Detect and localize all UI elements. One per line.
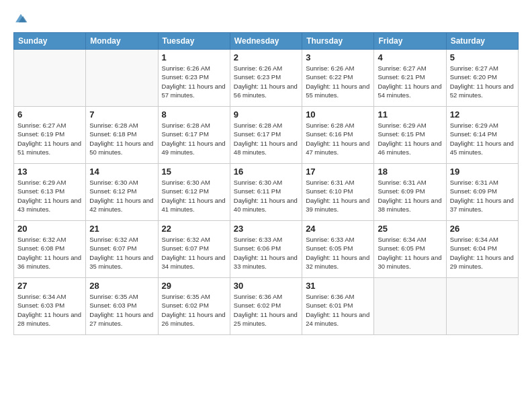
weekday-header-sunday: Sunday [14,33,86,50]
daylight-label: Daylight: 11 hours and 49 minutes. [162,140,226,156]
calendar-week-2: 6Sunrise: 6:27 AMSunset: 6:19 PMDaylight… [14,107,519,164]
daylight-label: Daylight: 11 hours and 28 minutes. [17,311,81,327]
day-number: 19 [450,167,515,177]
day-number: 25 [378,224,442,234]
daylight-label: Daylight: 11 hours and 50 minutes. [89,140,153,156]
sunrise-label: Sunrise: 6:36 AM [306,293,354,300]
day-info: Sunrise: 6:32 AMSunset: 6:07 PMDaylight:… [162,235,226,271]
day-number: 8 [162,109,226,120]
page-header [13,11,519,26]
calendar-day-9: 9Sunrise: 6:28 AMSunset: 6:17 PMDaylight… [230,107,302,164]
calendar-day-22: 22Sunrise: 6:32 AMSunset: 6:07 PMDayligh… [158,221,230,278]
sunrise-label: Sunrise: 6:33 AM [234,236,282,243]
sunrise-label: Sunrise: 6:32 AM [17,236,66,243]
calendar-day-27: 27Sunrise: 6:34 AMSunset: 6:03 PMDayligh… [14,278,86,335]
sunrise-label: Sunrise: 6:30 AM [162,179,210,186]
weekday-header-friday: Friday [374,33,446,50]
calendar-day-8: 8Sunrise: 6:28 AMSunset: 6:17 PMDaylight… [158,107,230,164]
calendar-day-31: 31Sunrise: 6:36 AMSunset: 6:01 PMDayligh… [302,278,374,335]
sunrise-label: Sunrise: 6:28 AM [306,122,354,129]
day-number: 20 [17,224,82,234]
daylight-label: Daylight: 11 hours and 45 minutes. [450,140,514,156]
sunset-label: Sunset: 6:07 PM [162,244,209,252]
day-info: Sunrise: 6:26 AMSunset: 6:23 PMDaylight:… [162,64,226,99]
calendar-day-11: 11Sunrise: 6:29 AMSunset: 6:15 PMDayligh… [374,107,446,164]
day-info: Sunrise: 6:33 AMSunset: 6:05 PMDaylight:… [306,235,370,271]
daylight-label: Daylight: 11 hours and 32 minutes. [306,254,369,270]
sunset-label: Sunset: 6:10 PM [306,187,353,195]
day-number: 18 [378,167,442,177]
sunset-label: Sunset: 6:03 PM [17,302,64,309]
calendar-day-2: 2Sunrise: 6:26 AMSunset: 6:23 PMDaylight… [230,50,302,107]
daylight-label: Daylight: 11 hours and 35 minutes. [89,254,153,270]
daylight-label: Daylight: 11 hours and 37 minutes. [450,197,514,213]
sunset-label: Sunset: 6:05 PM [306,244,353,252]
day-info: Sunrise: 6:26 AMSunset: 6:22 PMDaylight:… [306,64,370,99]
day-number: 13 [17,167,82,177]
sunrise-label: Sunrise: 6:27 AM [378,64,426,72]
day-number: 12 [450,109,515,120]
day-info: Sunrise: 6:28 AMSunset: 6:18 PMDaylight:… [89,121,154,156]
sunset-label: Sunset: 6:05 PM [378,244,425,252]
daylight-label: Daylight: 11 hours and 29 minutes. [450,254,514,270]
calendar-day-30: 30Sunrise: 6:36 AMSunset: 6:02 PMDayligh… [230,278,302,335]
sunset-label: Sunset: 6:20 PM [450,73,497,81]
calendar-day-23: 23Sunrise: 6:33 AMSunset: 6:06 PMDayligh… [230,221,302,278]
sunset-label: Sunset: 6:14 PM [450,130,497,138]
sunrise-label: Sunrise: 6:26 AM [306,64,354,72]
day-info: Sunrise: 6:29 AMSunset: 6:14 PMDaylight:… [450,121,515,156]
calendar-day-1: 1Sunrise: 6:26 AMSunset: 6:23 PMDaylight… [158,50,230,107]
day-info: Sunrise: 6:28 AMSunset: 6:17 PMDaylight:… [234,121,298,156]
day-info: Sunrise: 6:30 AMSunset: 6:11 PMDaylight:… [234,178,298,214]
day-info: Sunrise: 6:27 AMSunset: 6:19 PMDaylight:… [17,121,82,156]
calendar-day-20: 20Sunrise: 6:32 AMSunset: 6:08 PMDayligh… [14,221,86,278]
calendar-week-3: 13Sunrise: 6:29 AMSunset: 6:13 PMDayligh… [14,164,519,221]
sunrise-label: Sunrise: 6:34 AM [378,236,426,243]
day-number: 2 [234,52,298,62]
logo-icon [13,11,28,26]
sunset-label: Sunset: 6:01 PM [306,302,353,309]
weekday-header-wednesday: Wednesday [230,33,302,50]
calendar-day-17: 17Sunrise: 6:31 AMSunset: 6:10 PMDayligh… [302,164,374,221]
day-number: 3 [306,52,370,62]
day-number: 21 [89,224,154,234]
day-number: 7 [89,109,154,120]
day-info: Sunrise: 6:28 AMSunset: 6:16 PMDaylight:… [306,121,370,156]
sunset-label: Sunset: 6:02 PM [162,302,209,309]
day-info: Sunrise: 6:34 AMSunset: 6:04 PMDaylight:… [450,235,515,271]
sunset-label: Sunset: 6:23 PM [234,73,281,81]
sunrise-label: Sunrise: 6:31 AM [306,179,354,186]
calendar-table: SundayMondayTuesdayWednesdayThursdayFrid… [13,32,519,335]
sunrise-label: Sunrise: 6:31 AM [378,179,426,186]
day-number: 28 [89,281,154,291]
calendar-day-18: 18Sunrise: 6:31 AMSunset: 6:09 PMDayligh… [374,164,446,221]
calendar-day-empty [374,278,446,335]
daylight-label: Daylight: 11 hours and 30 minutes. [378,254,441,270]
sunrise-label: Sunrise: 6:31 AM [450,179,498,186]
calendar-day-16: 16Sunrise: 6:30 AMSunset: 6:11 PMDayligh… [230,164,302,221]
calendar-day-25: 25Sunrise: 6:34 AMSunset: 6:05 PMDayligh… [374,221,446,278]
day-info: Sunrise: 6:34 AMSunset: 6:03 PMDaylight:… [17,292,82,328]
sunrise-label: Sunrise: 6:30 AM [89,179,138,186]
day-info: Sunrise: 6:28 AMSunset: 6:17 PMDaylight:… [162,121,226,156]
day-number: 4 [378,52,442,62]
calendar-day-empty [14,50,86,107]
sunrise-label: Sunrise: 6:29 AM [378,122,426,129]
day-info: Sunrise: 6:36 AMSunset: 6:02 PMDaylight:… [234,292,298,328]
calendar-day-12: 12Sunrise: 6:29 AMSunset: 6:14 PMDayligh… [446,107,518,164]
sunrise-label: Sunrise: 6:29 AM [17,179,66,186]
day-number: 10 [306,109,370,120]
sunrise-label: Sunrise: 6:28 AM [234,122,282,129]
daylight-label: Daylight: 11 hours and 52 minutes. [450,83,514,99]
daylight-label: Daylight: 11 hours and 47 minutes. [306,140,369,156]
daylight-label: Daylight: 11 hours and 57 minutes. [162,83,226,99]
calendar-day-19: 19Sunrise: 6:31 AMSunset: 6:09 PMDayligh… [446,164,518,221]
sunset-label: Sunset: 6:19 PM [17,130,64,138]
sunrise-label: Sunrise: 6:27 AM [450,64,498,72]
day-info: Sunrise: 6:27 AMSunset: 6:20 PMDaylight:… [450,64,515,99]
day-info: Sunrise: 6:32 AMSunset: 6:08 PMDaylight:… [17,235,82,271]
sunset-label: Sunset: 6:17 PM [162,130,209,138]
weekday-header-saturday: Saturday [446,33,518,50]
sunrise-label: Sunrise: 6:33 AM [306,236,354,243]
sunrise-label: Sunrise: 6:28 AM [89,122,138,129]
